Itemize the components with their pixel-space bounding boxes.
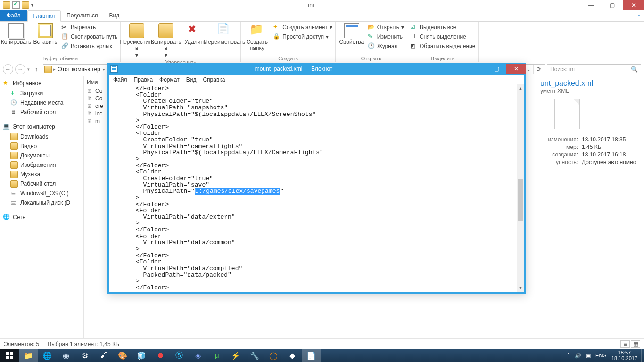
taskbar-app[interactable]: ⚙ <box>75 349 94 362</box>
taskbar-paint[interactable]: 🎨 <box>113 349 132 362</box>
rename-button[interactable]: Переименовать <box>211 23 238 45</box>
notepad-menu-format[interactable]: Формат <box>159 76 180 83</box>
nav-video[interactable]: Видео <box>1 141 83 151</box>
copyto-button[interactable]: Копировать в▾ <box>153 23 179 59</box>
start-button[interactable] <box>0 349 19 362</box>
nav-recent[interactable]: Недавние места <box>1 98 83 107</box>
drive-icon <box>10 199 18 206</box>
edit-button[interactable]: Изменить <box>368 33 404 41</box>
notepad-close-button[interactable]: ✕ <box>506 64 526 74</box>
tray-action-center-icon[interactable]: ▣ <box>586 353 591 359</box>
search-input[interactable]: Поиск: ini 🔍 <box>547 64 641 74</box>
tray-language[interactable]: ENG <box>595 353 607 358</box>
open-button[interactable]: Открыть▾ <box>368 23 404 32</box>
tray-clock[interactable]: 18:57 18.10.2017 <box>611 350 637 361</box>
copy-button[interactable]: Копировать <box>3 23 29 45</box>
qat-properties-icon[interactable] <box>12 1 20 9</box>
nav-docs[interactable]: Документы <box>1 151 83 160</box>
clock-icon <box>368 42 375 50</box>
select-invert-button[interactable]: Обратить выделение <box>410 42 476 50</box>
history-button[interactable]: Журнал <box>368 42 404 50</box>
qat-dropdown-icon[interactable] <box>31 1 39 9</box>
nav-pc-desktop[interactable]: Рабочий стол <box>1 179 83 189</box>
view-details-button[interactable]: ≡ <box>620 340 630 348</box>
nav-desktop[interactable]: Рабочий стол <box>1 107 83 117</box>
notepad-title: mount_packed.xml — Блокнот <box>121 66 467 72</box>
notepad-menu-edit[interactable]: Правка <box>134 76 153 83</box>
taskbar-app[interactable]: ⚡ <box>226 349 245 362</box>
minimize-button[interactable]: — <box>580 0 602 10</box>
nav-pics[interactable]: Изображения <box>1 160 83 170</box>
taskbar-app[interactable]: 🖌 <box>94 349 113 362</box>
taskbar-skype[interactable]: Ⓢ <box>170 349 189 362</box>
maximize-button[interactable]: ▢ <box>602 0 623 10</box>
tray-chevron-icon[interactable]: ˄ <box>567 353 570 359</box>
notepad-maximize-button[interactable]: ▢ <box>487 64 506 74</box>
show-desktop-button[interactable] <box>641 349 644 362</box>
tab-share[interactable]: Поделиться <box>61 10 103 21</box>
nav-favorites[interactable]: Избранное <box>1 78 83 89</box>
file-icon <box>87 110 93 117</box>
scroll-down-button[interactable]: ▼ <box>517 284 524 292</box>
ribbon-collapse-button[interactable]: ˆ <box>634 14 644 21</box>
close-button[interactable]: ✕ <box>623 0 644 10</box>
notepad-editor[interactable]: </Folder> <Folder CreateFolder="true" Vi… <box>109 84 524 292</box>
notepad-minimize-button[interactable]: — <box>467 64 487 74</box>
nav-downloads[interactable]: Загрузки <box>1 89 83 98</box>
nav-this-pc[interactable]: Этот компьютер <box>1 122 83 132</box>
notepad-titlebar[interactable]: mount_packed.xml — Блокнот — ▢ ✕ <box>107 63 526 75</box>
breadcrumb-segment[interactable]: Этот компьютер <box>56 66 102 73</box>
new-item-button[interactable]: Создать элемент▾ <box>273 23 332 32</box>
nav-pc-downloads[interactable]: Downloads <box>1 132 83 141</box>
qat-folder-icon[interactable] <box>3 1 10 9</box>
taskbar-app[interactable]: 🧊 <box>132 349 151 362</box>
notepad-menu-view[interactable]: Вид <box>186 76 197 83</box>
paste-button[interactable]: Вставить <box>32 23 58 45</box>
tab-home[interactable]: Главная <box>27 10 61 22</box>
newfolder-button[interactable]: Создать папку <box>244 23 270 51</box>
taskbar-app[interactable]: 🔧 <box>245 349 264 362</box>
properties-button[interactable]: Свойства <box>339 23 365 45</box>
nav-history-dropdown[interactable]: ▾ <box>27 67 30 72</box>
taskbar-app[interactable]: ◆ <box>283 349 302 362</box>
folder-icon <box>10 142 18 150</box>
download-icon <box>10 90 18 97</box>
scrollbar-thumb[interactable] <box>518 179 523 221</box>
taskbar-utorrent[interactable]: μ <box>207 349 226 362</box>
tray-volume-icon[interactable]: 🔊 <box>575 353 581 359</box>
taskbar-record[interactable]: ⏺ <box>151 349 170 362</box>
nav-network[interactable]: Сеть <box>1 212 83 222</box>
nav-up-button[interactable]: ↑ <box>32 65 41 74</box>
address-refresh-button[interactable]: ⟳ <box>533 65 544 74</box>
paste-shortcut-button[interactable]: Вставить ярлык <box>61 42 117 50</box>
notepad-menu-help[interactable]: Справка <box>203 76 225 83</box>
cut-button[interactable]: Вырезать <box>61 23 117 32</box>
taskbar-explorer[interactable]: 📁 <box>19 349 38 362</box>
moveto-button[interactable]: Переместить в▾ <box>124 23 150 59</box>
nav-drive-c[interactable]: Windows8_OS (C:) <box>1 189 83 198</box>
copy-path-button[interactable]: Скопировать путь <box>61 33 117 41</box>
notepad-menu-file[interactable]: Файл <box>113 76 127 83</box>
vertical-scrollbar[interactable]: ▲ ▼ <box>517 84 524 292</box>
taskbar-app[interactable]: ◯ <box>264 349 283 362</box>
uncheck-icon <box>410 33 418 41</box>
nav-back-button[interactable]: ← <box>3 64 13 74</box>
nav-music[interactable]: Музыка <box>1 170 83 179</box>
pencil-icon <box>368 33 375 41</box>
select-none-button[interactable]: Снять выделение <box>410 33 476 41</box>
qat-newfolder-icon[interactable] <box>22 1 29 9</box>
nav-forward-button[interactable]: → <box>15 64 25 74</box>
tab-view[interactable]: Вид <box>103 10 125 21</box>
taskbar-app[interactable]: 🌐 <box>38 349 57 362</box>
tab-file[interactable]: Файл <box>0 10 27 21</box>
select-all-button[interactable]: Выделить все <box>410 23 476 32</box>
nav-drive-d[interactable]: Локальный диск (D <box>1 198 83 207</box>
file-icon <box>87 118 93 124</box>
scroll-up-button[interactable]: ▲ <box>517 84 524 92</box>
taskbar-discord[interactable]: ◈ <box>189 349 207 362</box>
view-icons-button[interactable]: ▦ <box>631 340 640 348</box>
easy-access-button[interactable]: Простой доступ▾ <box>273 33 332 41</box>
taskbar-notepad[interactable]: 📄 <box>302 349 321 362</box>
ribbon-group-open: Свойства Открыть▾ Изменить Журнал Открыт… <box>336 22 407 62</box>
taskbar-steam[interactable]: ◉ <box>57 349 75 362</box>
